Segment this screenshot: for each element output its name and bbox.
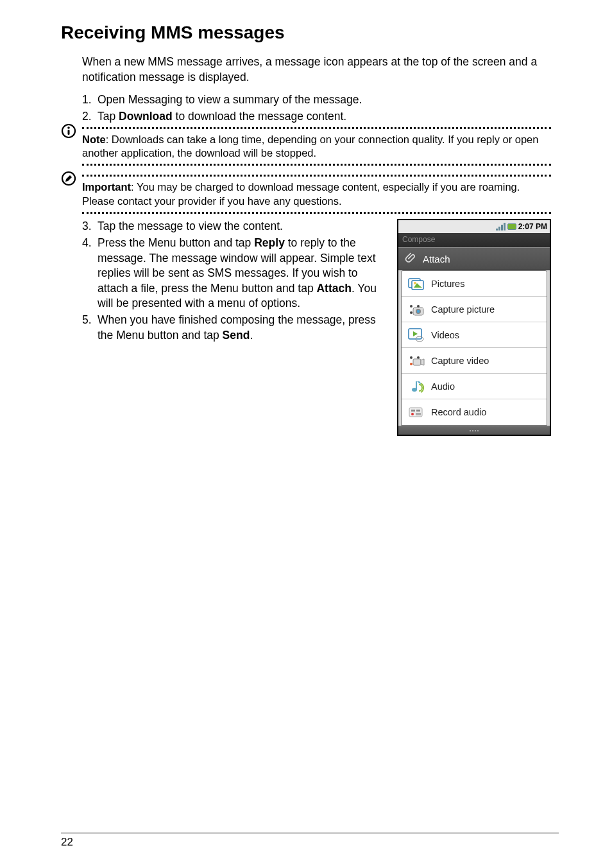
note-label: Note — [82, 134, 106, 145]
step-number: 5. — [82, 313, 92, 328]
important-label: Important — [82, 181, 131, 193]
menu-item-pictures[interactable]: Pictures — [402, 271, 547, 297]
svg-point-8 — [410, 305, 412, 308]
menu-label: Capture video — [431, 356, 489, 366]
dotted-separator — [82, 212, 551, 214]
step-number: 1. — [82, 92, 92, 108]
step-4: 4. Press the Menu button and tap Reply t… — [82, 236, 389, 311]
page-number: 22 — [61, 833, 83, 849]
menu-label: Audio — [431, 381, 455, 392]
menu-item-videos[interactable]: Videos — [402, 322, 547, 348]
phone-screenshot: 2:07 PM Compose Attach Pictures — [397, 219, 551, 436]
svg-rect-26 — [416, 410, 420, 412]
compose-header: Compose — [398, 233, 550, 247]
paperclip-icon — [405, 252, 418, 266]
intro-paragraph: When a new MMS message arrives, a messag… — [61, 55, 551, 85]
battery-icon — [507, 223, 516, 230]
step-2: 2. Tap Download to download the message … — [82, 109, 551, 125]
svg-rect-20 — [413, 359, 421, 365]
svg-point-10 — [417, 305, 420, 308]
pictures-icon — [408, 276, 425, 291]
step-text-post: . — [250, 329, 253, 342]
step-number: 4. — [82, 236, 92, 251]
note-body: : Downloads can take a long time, depend… — [82, 134, 538, 159]
important-body: : You may be charged to download message… — [82, 181, 520, 206]
step-text-pre: Tap — [98, 110, 119, 123]
step-3: 3. Tap the message to view the content. — [82, 219, 389, 234]
heading-receiving-mms: Receiving MMS messages — [61, 22, 551, 43]
important-callout: Important: You may be charged to downloa… — [82, 179, 551, 209]
step-text: Tap the message to view the content. — [98, 220, 283, 232]
menu-label: Record audio — [431, 407, 486, 417]
svg-point-19 — [417, 356, 420, 359]
svg-rect-23 — [416, 381, 417, 390]
dotted-separator — [82, 164, 551, 166]
step-text-post: to download the message content. — [173, 110, 346, 123]
svg-rect-2 — [68, 130, 70, 135]
nav-bar-bottom — [398, 426, 550, 435]
step-bold-send: Send — [223, 329, 250, 342]
menu-label: Videos — [431, 330, 459, 340]
menu-item-record-audio[interactable]: Record audio — [402, 399, 547, 425]
step-bold-attach: Attach — [316, 282, 351, 295]
step-bold-reply: Reply — [254, 236, 285, 249]
note-callout: Note: Downloads can take a long time, de… — [82, 132, 551, 162]
step-number: 3. — [82, 219, 92, 234]
svg-point-1 — [67, 126, 70, 129]
menu-label: Capture picture — [431, 304, 495, 315]
svg-rect-28 — [416, 413, 421, 415]
step-1: 1. Open Messaging to view a summary of t… — [82, 92, 551, 108]
clock-time: 2:07 PM — [518, 222, 547, 231]
menu-label: Pictures — [431, 279, 464, 289]
dotted-separator — [82, 127, 551, 129]
attach-label: Attach — [423, 254, 450, 265]
menu-item-audio[interactable]: Audio — [402, 374, 547, 399]
attach-header[interactable]: Attach — [398, 247, 550, 270]
svg-point-13 — [417, 310, 420, 313]
signal-icon — [496, 223, 506, 230]
svg-marker-21 — [421, 359, 424, 365]
svg-point-27 — [411, 413, 414, 415]
svg-point-9 — [410, 311, 412, 314]
attach-menu-list: Pictures Capture picture Videos — [401, 270, 547, 426]
step-number: 2. — [82, 109, 92, 125]
menu-item-capture-video[interactable]: Capture video — [402, 348, 547, 374]
step-5: 5. When you have finished composing the … — [82, 313, 389, 343]
footer-separator — [61, 833, 559, 833]
step-text: Open Messaging to view a summary of the … — [98, 93, 362, 106]
dotted-separator — [82, 175, 551, 177]
camera-icon — [408, 302, 425, 317]
camcorder-icon — [408, 353, 425, 369]
svg-point-17 — [410, 356, 412, 359]
note-icon — [61, 123, 76, 141]
step-text-pre: Press the Menu button and tap — [98, 236, 254, 249]
audio-icon — [408, 379, 425, 394]
step-bold-download: Download — [119, 110, 173, 123]
pin-icon — [61, 171, 76, 189]
svg-point-7 — [414, 282, 416, 284]
svg-point-18 — [410, 363, 412, 365]
status-bar: 2:07 PM — [398, 220, 550, 233]
record-audio-icon — [408, 404, 425, 420]
svg-rect-25 — [411, 410, 415, 412]
menu-item-capture-picture[interactable]: Capture picture — [402, 297, 547, 322]
videos-icon — [408, 327, 425, 343]
